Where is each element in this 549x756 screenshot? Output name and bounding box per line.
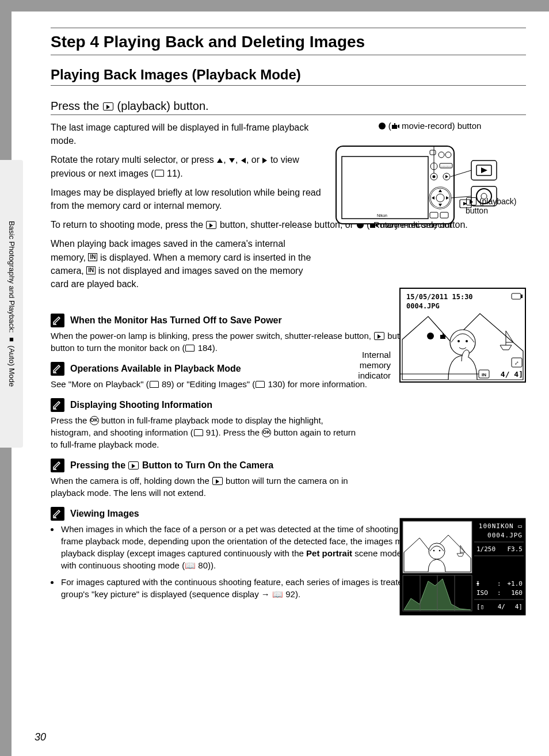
note-icon <box>51 398 64 412</box>
chapter-label: Basic Photography and Playback: ■ (Auto)… <box>7 221 16 387</box>
up-arrow-icon <box>217 158 223 163</box>
svg-text:ISO: ISO <box>476 589 488 597</box>
svg-point-42 <box>439 550 441 552</box>
playback-icon <box>212 477 223 485</box>
internal-memory-indicator-label: Internal memory indicator <box>345 350 391 381</box>
note-title: Viewing Images <box>70 509 139 519</box>
preview-filename: 0004.JPG <box>406 302 440 310</box>
section-title: Playing Back Images (Playback Mode) <box>51 67 526 86</box>
svg-rect-28 <box>521 295 523 298</box>
book-icon <box>256 381 265 388</box>
svg-text:0004.JPG: 0004.JPG <box>487 532 523 539</box>
note-icon <box>51 362 64 376</box>
chapter-side-tab: Basic Photography and Playback: ■ (Auto)… <box>0 160 23 448</box>
svg-text:4/   4]: 4/ 4] <box>501 370 523 379</box>
page-number: 30 <box>35 731 46 743</box>
svg-text:○○○○○: ○○○○○ <box>441 165 451 168</box>
manual-page: Step 4 Playing Back and Deleting Images … <box>12 12 549 756</box>
instruction-heading: Press the (playback) button. <box>51 100 526 115</box>
left-arrow-icon <box>241 158 246 163</box>
rotary-selector-label: Rotary multi selector <box>373 220 452 230</box>
playback-icon <box>466 197 476 205</box>
svg-text:F3.5: F3.5 <box>508 545 523 553</box>
svg-text:1/250: 1/250 <box>476 545 495 553</box>
book-icon <box>150 381 159 388</box>
playback-button-label: (playback)button <box>466 197 516 215</box>
svg-text:Nikon: Nikon <box>377 213 387 217</box>
note-icon <box>51 314 64 327</box>
note-body: When the camera is off, holding down the… <box>51 475 361 499</box>
svg-text:[▯: [▯ <box>476 603 484 610</box>
record-dot-icon <box>379 123 386 129</box>
paragraph: Rotate the rotary multi selector, or pre… <box>51 153 327 180</box>
note-title: Pressing the Button to Turn On the Camer… <box>70 460 273 471</box>
paragraph: The last image captured will be displaye… <box>51 121 327 147</box>
svg-point-30 <box>458 340 460 342</box>
svg-text:100NIKON ▭: 100NIKON ▭ <box>479 522 523 530</box>
svg-text:IN: IN <box>482 372 486 377</box>
svg-text:4]: 4] <box>515 603 523 610</box>
book-icon <box>155 170 164 177</box>
camera-diagram: ( movie-record) button Nikon ○○○○○ <box>333 121 526 235</box>
ok-button-icon: OK <box>90 416 99 425</box>
movie-record-button-label: ( movie-record) button <box>333 121 526 131</box>
svg-text:4/: 4/ <box>498 603 505 610</box>
playback-icon <box>206 221 216 229</box>
playback-icon <box>103 102 113 110</box>
ok-button-icon: OK <box>262 428 271 437</box>
right-arrow-icon <box>262 158 267 163</box>
paragraph: Images may be displayed briefly at low r… <box>51 186 327 212</box>
down-arrow-icon <box>229 158 235 163</box>
movie-icon <box>391 123 399 129</box>
internal-memory-icon: IN <box>88 253 97 261</box>
svg-point-10 <box>433 175 436 178</box>
paragraph: When playing back images saved in the ca… <box>51 237 315 291</box>
internal-memory-icon: IN <box>86 266 96 274</box>
svg-point-40 <box>429 543 445 559</box>
movie-icon <box>440 333 448 339</box>
playback-icon <box>374 332 384 340</box>
svg-text:⧱: ⧱ <box>476 580 480 587</box>
note-title: Operations Available in Playback Mode <box>70 364 241 374</box>
record-dot-icon <box>427 333 434 339</box>
svg-text:+1.0: +1.0 <box>508 580 523 587</box>
playback-icon <box>128 461 139 469</box>
svg-text::: : <box>497 580 501 587</box>
svg-rect-1 <box>342 156 428 219</box>
svg-text:⤢: ⤢ <box>514 360 519 366</box>
note-icon <box>51 459 64 472</box>
note-title: When the Monitor Has Turned Off to Save … <box>70 315 282 326</box>
preview-date: 15/05/2011 15:30 <box>406 293 473 301</box>
shooting-info-preview: 100NIKON ▭ 0004.JPG 1/250 F3.5 ⧱ : +1.0 … <box>399 518 526 616</box>
svg-point-31 <box>466 340 468 342</box>
book-icon <box>185 345 195 352</box>
note-title: Displaying Shooting Information <box>70 400 212 410</box>
step-title: Step 4 Playing Back and Deleting Images <box>51 33 526 55</box>
playback-screen-preview: Internal memory indicator 15/05/2011 15:… <box>391 288 526 383</box>
book-icon <box>194 429 203 436</box>
svg-point-41 <box>433 550 435 552</box>
note-icon <box>51 507 64 521</box>
svg-text:160: 160 <box>511 589 523 597</box>
svg-text::: : <box>497 589 501 597</box>
note-body: Press the OK button in full-frame playba… <box>51 414 361 450</box>
